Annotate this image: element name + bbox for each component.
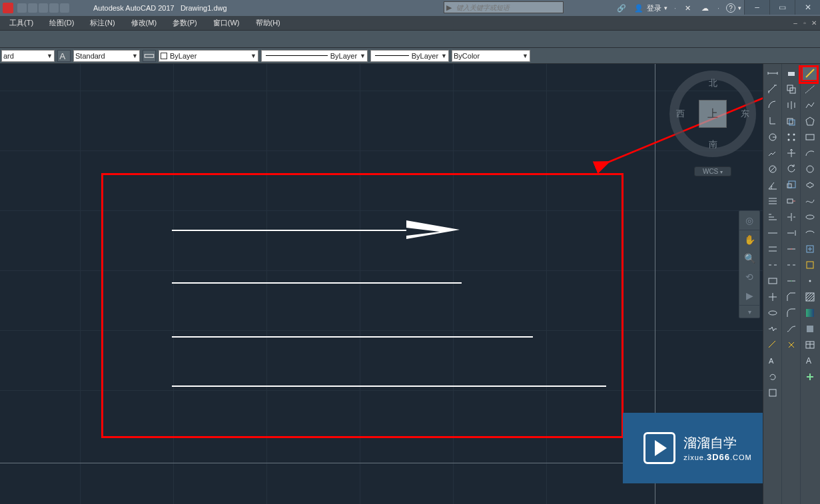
login-button[interactable]: 👤 登录 ▾ xyxy=(633,3,667,13)
dim-radius-icon[interactable] xyxy=(764,129,781,145)
dimedit-icon[interactable] xyxy=(764,337,781,353)
view-cube-compass[interactable]: 北 南 东 西 上 xyxy=(669,71,756,157)
blend-icon[interactable] xyxy=(783,321,800,337)
line-tool-icon[interactable] xyxy=(801,65,819,81)
exchange-button[interactable]: ✕ xyxy=(683,3,693,13)
trim-icon[interactable] xyxy=(783,209,800,225)
array-icon[interactable] xyxy=(783,129,800,145)
viewcube-south[interactable]: 南 xyxy=(709,138,717,150)
nav-orbit-button[interactable]: ⟲ xyxy=(739,268,759,286)
qat-undo-icon[interactable] xyxy=(60,3,69,13)
nav-zoom-button[interactable]: 🔍 xyxy=(739,249,759,268)
dim-aligned-icon[interactable] xyxy=(764,81,781,97)
minimize-button[interactable]: – xyxy=(744,0,769,15)
doc-minimize-button[interactable]: – xyxy=(791,19,800,28)
maximize-button[interactable]: ▭ xyxy=(769,0,795,15)
search-box[interactable]: ▶ xyxy=(444,1,564,13)
qat-open-icon[interactable] xyxy=(28,3,37,13)
polygon-icon[interactable] xyxy=(801,113,819,129)
ellipse-icon[interactable] xyxy=(801,209,819,225)
text-style-combo[interactable]: ard▼ xyxy=(1,50,55,62)
dim-jogged-icon[interactable] xyxy=(764,145,781,161)
dim-space-icon[interactable] xyxy=(764,241,781,257)
linetype-combo[interactable]: ByLayer▼ xyxy=(261,50,368,62)
search-input[interactable] xyxy=(456,4,550,11)
nav-pan-button[interactable]: ✋ xyxy=(739,230,759,249)
dimupdate-icon[interactable] xyxy=(764,369,781,385)
insert-block-icon[interactable] xyxy=(801,241,819,257)
color-combo[interactable]: ByLayer▼ xyxy=(159,50,258,62)
menu-dimension[interactable]: 标注(N) xyxy=(82,17,123,29)
menu-draw[interactable]: 绘图(D) xyxy=(41,17,82,29)
extend-icon[interactable] xyxy=(783,225,800,241)
gradient-icon[interactable] xyxy=(801,305,819,321)
fillet-icon[interactable] xyxy=(783,305,800,321)
jogged-linear-icon[interactable] xyxy=(764,321,781,337)
construction-line-icon[interactable] xyxy=(801,81,819,97)
close-button[interactable]: ✕ xyxy=(795,0,820,15)
dim-angular-icon[interactable] xyxy=(764,177,781,193)
lineweight-combo[interactable]: ByLayer▼ xyxy=(370,50,449,62)
point-icon[interactable] xyxy=(801,273,819,289)
polyline-icon[interactable] xyxy=(801,97,819,113)
dim-continue-icon[interactable] xyxy=(764,225,781,241)
menu-parametric[interactable]: 参数(P) xyxy=(165,17,205,29)
dim-linear-icon[interactable] xyxy=(764,65,781,81)
menu-window[interactable]: 窗口(W) xyxy=(205,17,248,29)
dim-style-combo[interactable]: Standard▼ xyxy=(73,50,140,62)
viewcube-east[interactable]: 东 xyxy=(741,108,749,120)
infocenter-a360[interactable]: 🔗 xyxy=(616,3,627,13)
explode-icon[interactable] xyxy=(783,337,800,353)
viewcube-north[interactable]: 北 xyxy=(709,77,717,89)
stretch-icon[interactable] xyxy=(783,193,800,209)
arc-icon[interactable] xyxy=(801,145,819,161)
mtext-icon[interactable]: A xyxy=(801,353,819,369)
copy-icon[interactable] xyxy=(783,81,800,97)
scale-icon[interactable] xyxy=(783,177,800,193)
addselected-icon[interactable] xyxy=(801,369,819,385)
text-style-button[interactable]: A xyxy=(57,50,71,62)
inspect-icon[interactable] xyxy=(764,305,781,321)
viewcube-west[interactable]: 西 xyxy=(676,108,685,120)
view-cube[interactable]: 北 南 东 西 上 WCS ▾ xyxy=(669,71,756,204)
menu-help[interactable]: 帮助(H) xyxy=(248,17,288,29)
table-icon[interactable] xyxy=(801,337,819,353)
qat-saveas-icon[interactable] xyxy=(49,3,59,13)
dim-baseline-icon[interactable] xyxy=(764,209,781,225)
spline-icon[interactable] xyxy=(801,193,819,209)
mirror-icon[interactable] xyxy=(783,97,800,113)
revcloud-icon[interactable] xyxy=(801,177,819,193)
dim-break-icon[interactable] xyxy=(764,257,781,273)
circle-icon[interactable] xyxy=(801,161,819,177)
wcs-dropdown[interactable]: WCS ▾ xyxy=(694,166,731,176)
qat-new-icon[interactable] xyxy=(17,3,27,13)
nav-showmotion-button[interactable]: ▶ xyxy=(739,286,759,305)
join-icon[interactable] xyxy=(783,273,800,289)
viewcube-top-face[interactable]: 上 xyxy=(699,100,727,128)
make-block-icon[interactable] xyxy=(801,257,819,273)
dim-diameter-icon[interactable] xyxy=(764,161,781,177)
app-store-button[interactable]: ☁ xyxy=(700,3,711,13)
doc-restore-button[interactable]: ▫ xyxy=(800,19,809,28)
nav-wheel-button[interactable]: ◎ xyxy=(739,211,759,230)
region-icon[interactable] xyxy=(801,321,819,337)
break-icon[interactable] xyxy=(783,257,800,273)
plotstyle-combo[interactable]: ByColor▼ xyxy=(452,50,530,62)
qat-save-icon[interactable] xyxy=(39,3,48,13)
offset-icon[interactable] xyxy=(783,113,800,129)
ellipse-arc-icon[interactable] xyxy=(801,225,819,241)
move-icon[interactable] xyxy=(783,145,800,161)
rotate-icon[interactable] xyxy=(783,161,800,177)
app-icon[interactable] xyxy=(3,3,13,13)
dim-style-button[interactable] xyxy=(143,50,156,62)
rectangle-icon[interactable] xyxy=(801,129,819,145)
menu-tools[interactable]: 工具(T) xyxy=(1,17,41,29)
dim-ordinate-icon[interactable] xyxy=(764,113,781,129)
dimstyle-icon[interactable] xyxy=(764,385,781,401)
chamfer-icon[interactable] xyxy=(783,289,800,305)
hatch-icon[interactable] xyxy=(801,289,819,305)
menu-modify[interactable]: 修改(M) xyxy=(123,17,165,29)
dimtedit-icon[interactable]: A xyxy=(764,353,781,369)
break-at-point-icon[interactable] xyxy=(783,241,800,257)
nav-options-button[interactable]: ▾ xyxy=(739,306,759,318)
